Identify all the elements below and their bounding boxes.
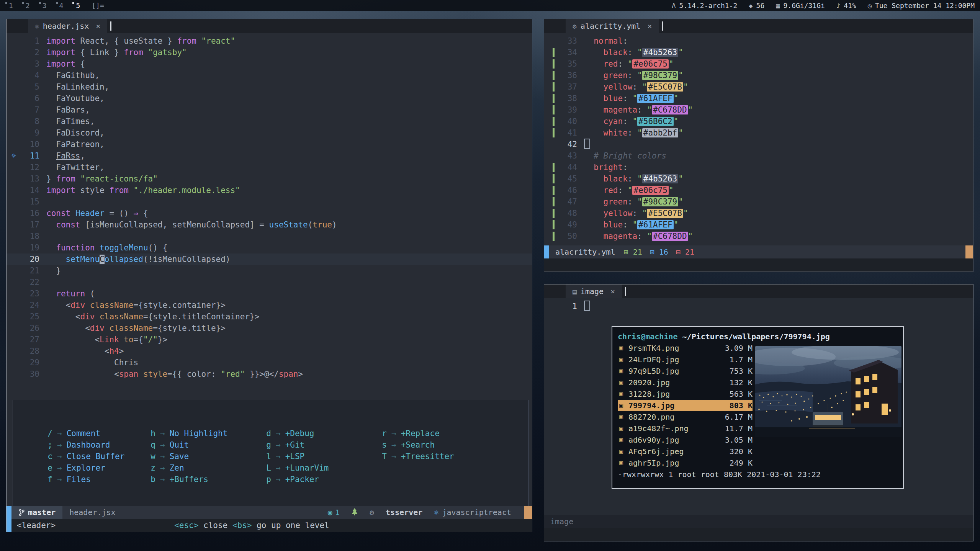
code-line[interactable]: 9 FaDiscord, bbox=[7, 127, 532, 139]
file-row[interactable]: ▣9rsmTK4.png3.09 M bbox=[618, 342, 753, 354]
code-line[interactable]: 7 FaBars, bbox=[7, 104, 532, 116]
code-line[interactable]: 26 <div className={style.title}> bbox=[7, 322, 532, 334]
code-line[interactable]: 45 black: "#4b5263" bbox=[544, 173, 973, 185]
whichkey-item[interactable]: w→Save bbox=[151, 451, 227, 462]
code-line[interactable]: 5 FaLinkedin, bbox=[7, 81, 532, 93]
close-icon[interactable]: × bbox=[96, 21, 100, 31]
code-line[interactable]: 8 FaTimes, bbox=[7, 116, 532, 127]
code-line[interactable]: 20 setMenuCollapsed(!isMenuCollapsed) bbox=[7, 253, 532, 265]
whichkey-item[interactable]: g→+Git bbox=[266, 439, 329, 451]
file-row[interactable]: ▣aghr5Ip.jpg249 K bbox=[618, 457, 753, 469]
command-line[interactable] bbox=[544, 258, 973, 271]
whichkey-item[interactable]: b→+Buffers bbox=[151, 474, 227, 485]
code-line[interactable]: 35 red: "#e06c75" bbox=[544, 58, 973, 70]
whichkey-item[interactable]: l→+LSP bbox=[266, 451, 329, 462]
code-line[interactable]: 50 magenta: "#C678DD" bbox=[544, 231, 973, 242]
whichkey-item[interactable]: e→Explorer bbox=[47, 462, 124, 474]
whichkey-item[interactable]: f→Files bbox=[47, 474, 124, 485]
file-row[interactable]: ▣AFq5r6j.jpeg320 K bbox=[618, 446, 753, 457]
code-line[interactable]: 13} from "react-icons/fa" bbox=[7, 173, 532, 185]
code-line[interactable]: 42 bbox=[544, 139, 973, 150]
whichkey-item[interactable]: T→+Treesitter bbox=[382, 451, 454, 462]
close-icon[interactable]: × bbox=[610, 287, 615, 296]
floating-terminal[interactable]: chris@machine ~/Pictures/wallpapers/7997… bbox=[612, 326, 904, 489]
code-line[interactable]: 28 <h4> bbox=[7, 345, 532, 357]
status-kernel[interactable]: Λ5.14.2-arch1-2 bbox=[672, 2, 737, 10]
git-branch[interactable]: master bbox=[11, 506, 62, 519]
file-row[interactable]: ▣ad6v90y.jpg3.05 M bbox=[618, 434, 753, 446]
code-line[interactable]: 44 bright: bbox=[544, 162, 973, 173]
file-row[interactable]: ▣31228.jpg563 K bbox=[618, 388, 753, 400]
code-line[interactable]: 10 FaPatreon, bbox=[7, 139, 532, 150]
code-line[interactable]: 2import { Link } from "gatsby" bbox=[7, 47, 532, 58]
whichkey-item[interactable]: /→Comment bbox=[47, 428, 124, 439]
code-line[interactable]: 29 Chris bbox=[7, 357, 532, 368]
code-line[interactable]: 19 function toggleMenu() { bbox=[7, 242, 532, 253]
code-line[interactable]: 37 yellow: "#E5C07B" bbox=[544, 81, 973, 93]
status-packages[interactable]: ◆56 bbox=[749, 2, 764, 10]
code-line[interactable]: 38 blue: "#61AFEF" bbox=[544, 93, 973, 104]
code-line[interactable]: 6 FaYoutube, bbox=[7, 93, 532, 104]
code-line[interactable]: 33 normal: bbox=[544, 35, 973, 47]
file-row[interactable]: ▣97q9L5D.jpg753 K bbox=[618, 365, 753, 377]
code-line[interactable]: 41 white: "#abb2bf" bbox=[544, 127, 973, 139]
whichkey-item[interactable]: c→Close Buffer bbox=[47, 451, 124, 462]
file-row[interactable]: ▣882720.png6.17 M bbox=[618, 411, 753, 423]
code-line[interactable]: 23 return ( bbox=[7, 288, 532, 299]
workspace-2[interactable]: 2 bbox=[22, 2, 30, 10]
code-line[interactable]: 48 yellow: "#E5C07B" bbox=[544, 208, 973, 219]
workspace-3[interactable]: 3 bbox=[39, 2, 47, 10]
code-line[interactable]: 16const Header = () ⇒ { bbox=[7, 208, 532, 219]
whichkey-item[interactable]: r→+Replace bbox=[382, 428, 454, 439]
whichkey-item[interactable]: ;→Dashboard bbox=[47, 439, 124, 451]
code-line[interactable]: 18 bbox=[7, 231, 532, 242]
file-row[interactable]: ▣20920.jpg132 K bbox=[618, 377, 753, 388]
tab-image[interactable]: ▤ image × bbox=[566, 284, 622, 298]
close-icon[interactable]: × bbox=[647, 21, 652, 31]
file-row[interactable]: ▣a19c482f~.png11.7 M bbox=[618, 423, 753, 434]
whichkey-item[interactable]: d→+Debug bbox=[266, 428, 329, 439]
file-row[interactable]: ▣799794.jpg803 K bbox=[618, 400, 753, 411]
whichkey-item[interactable]: p→+Packer bbox=[266, 474, 329, 485]
code-line[interactable]: 24 <div className={style.container}> bbox=[7, 299, 532, 311]
code-line[interactable]: 43 # Bright colors bbox=[544, 150, 973, 162]
code-line[interactable]: 15 bbox=[7, 196, 532, 208]
tab-alacritty-yml[interactable]: ⚙ alacritty.yml × bbox=[566, 19, 659, 33]
whichkey-item[interactable]: z→Zen bbox=[151, 462, 227, 474]
code-line[interactable]: 1 bbox=[544, 301, 973, 312]
code-line[interactable]: 46 red: "#e06c75" bbox=[544, 185, 973, 196]
code-line[interactable]: 30 <span style={{ color: "red" }}>@</spa… bbox=[7, 368, 532, 380]
status-memory[interactable]: ▦9.6Gi/31Gi bbox=[776, 2, 825, 10]
code-line[interactable]: 3import { bbox=[7, 58, 532, 70]
code-line[interactable]: 27 <Link to={"/"}> bbox=[7, 334, 532, 345]
code-line[interactable]: 25 <div className={style.titleContainer}… bbox=[7, 311, 532, 322]
workspace-1[interactable]: 1 bbox=[5, 2, 13, 10]
command-line[interactable] bbox=[544, 528, 973, 541]
whichkey-item[interactable]: L→+LunarVim bbox=[266, 462, 329, 474]
code-line[interactable]: 14import style from "./header.module.les… bbox=[7, 185, 532, 196]
code-line[interactable]: 39 magenta: "#C678DD" bbox=[544, 104, 973, 116]
code-line[interactable]: 40 cyan: "#56B6C2" bbox=[544, 116, 973, 127]
status-volume[interactable]: ♪41% bbox=[836, 2, 856, 10]
layout-indicator[interactable]: []= bbox=[92, 2, 104, 10]
code-line[interactable]: 4 FaGithub, bbox=[7, 70, 532, 81]
tab-header-jsx[interactable]: ⚛ header.jsx × bbox=[28, 19, 107, 33]
code-line[interactable]: 49 blue: "#61AFEF" bbox=[544, 219, 973, 231]
whichkey-item[interactable]: s→+Search bbox=[382, 439, 454, 451]
code-line[interactable]: 21 } bbox=[7, 265, 532, 276]
file-row[interactable]: ▣24LrDFQ.jpg1.7 M bbox=[618, 354, 753, 365]
code-line[interactable]: 17 const [isMenuCollapsed, setMenuCollap… bbox=[7, 219, 532, 231]
workspace-5[interactable]: 5 bbox=[72, 2, 80, 10]
code-line[interactable]: 12 FaTwitter, bbox=[7, 162, 532, 173]
workspace-4[interactable]: 4 bbox=[56, 2, 64, 10]
status-clock[interactable]: ◷Tue September 14 12:00PM bbox=[868, 2, 975, 10]
code-line[interactable]: 34 black: "#4b5263" bbox=[544, 47, 973, 58]
code-line[interactable]: 47 green: "#98C379" bbox=[544, 196, 973, 208]
whichkey-item[interactable]: h→No Highlight bbox=[151, 428, 227, 439]
code-line[interactable]: 1import React, { useState } from "react" bbox=[7, 35, 532, 47]
code-line[interactable]: ☼11 FaRss, bbox=[7, 150, 532, 162]
code-line[interactable]: 36 green: "#98C379" bbox=[544, 70, 973, 81]
whichkey-item[interactable]: q→Quit bbox=[151, 439, 227, 451]
command-line[interactable]: <leader> <esc> close <bs> go up one leve… bbox=[7, 519, 532, 532]
code-line[interactable]: 22 bbox=[7, 276, 532, 288]
